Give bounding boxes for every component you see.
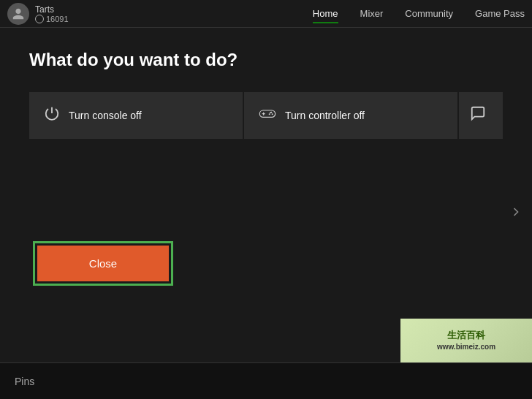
right-arrow-hint [509,205,523,222]
turn-console-off-label: Turn console off [69,110,142,121]
chat-card-partial[interactable] [459,92,503,139]
svg-point-6 [269,113,270,115]
svg-rect-0 [259,110,275,117]
turn-console-off-card[interactable]: Turn console off [29,92,243,139]
nav-link-community[interactable]: Community [405,5,453,22]
nav-user: Tarts 16091 [7,3,69,25]
close-section: Close [29,241,503,286]
svg-point-5 [270,112,272,113]
page-title: What do you want to do? [29,50,503,70]
turn-controller-off-label: Turn controller off [285,110,365,121]
username: Tarts [35,4,69,15]
nav-links: Home Mixer Community Game Pass [313,5,525,22]
power-icon [44,105,60,126]
nav-link-home[interactable]: Home [313,5,338,22]
turn-controller-off-card[interactable]: Turn controller off [244,92,457,139]
svg-point-4 [272,113,273,115]
nav-link-gamepass[interactable]: Game Pass [475,5,525,22]
action-row: Turn console off Turn controller off [29,92,503,139]
user-info: Tarts 16091 [35,4,69,23]
bottom-bar: Pins [0,362,532,399]
avatar [7,3,29,25]
chat-icon [470,105,486,126]
nav-link-mixer[interactable]: Mixer [360,5,384,22]
gamerscore-icon [35,15,44,23]
watermark: 生活百科 www.bimeiz.com [400,319,532,362]
main-content: What do you want to do? Turn console off [0,28,532,308]
pins-label: Pins [15,376,34,387]
controller-icon [259,105,276,126]
gamerscore: 16091 [35,15,69,23]
close-btn-wrapper: Close [33,241,173,286]
nav-bar: Tarts 16091 Home Mixer Community Game Pa… [0,0,532,28]
close-button[interactable]: Close [37,246,169,281]
